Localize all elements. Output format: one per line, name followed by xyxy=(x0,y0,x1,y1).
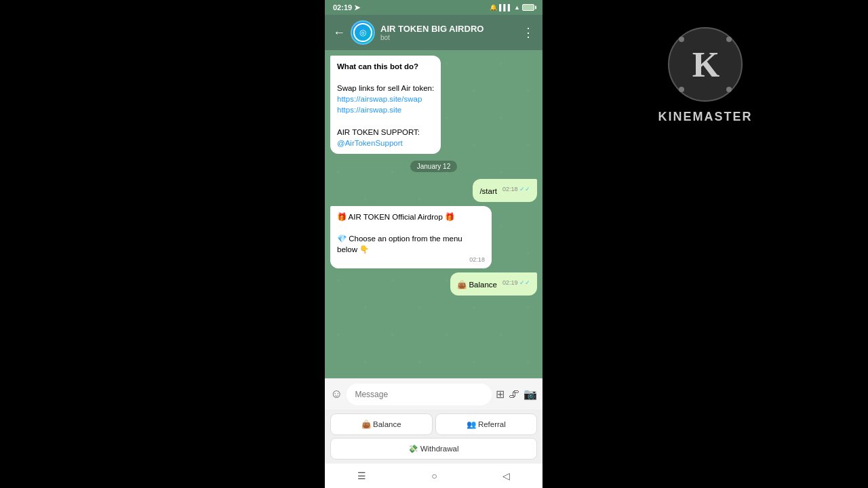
support-link[interactable]: @AirTokenSupport xyxy=(337,139,403,147)
kinemaster-letter: K xyxy=(692,45,718,85)
balance-cmd-text: 👜 Balance xyxy=(457,281,497,289)
right-area: K KINEMASTER xyxy=(542,0,868,488)
back-button[interactable]: ← xyxy=(333,26,345,40)
kinemaster-brand-text: KINEMASTER xyxy=(658,110,752,124)
camera-icon[interactable]: 📷 xyxy=(524,388,537,401)
time-display: 02:19 xyxy=(333,3,352,12)
bot-menu-row-2: 💸 Withdrawal xyxy=(330,438,537,460)
balance-double-check-icon: ✓✓ xyxy=(519,279,530,286)
phone-screen: 02:19 ➤ 🔔 ▌▌▌ ▲ ← AIR TOKEN BIG AIRDRO b… xyxy=(325,0,542,488)
android-menu-button[interactable]: ☰ xyxy=(357,470,366,481)
withdrawal-button[interactable]: 💸 Withdrawal xyxy=(330,438,537,460)
status-time: 02:19 ➤ xyxy=(333,3,360,12)
send-indicator-icon: ➤ xyxy=(354,3,360,12)
message-text: What can this bot do? Swap links for sel… xyxy=(337,61,434,148)
battery-icon xyxy=(522,4,534,11)
balance-cmd-time: 02:19 ✓✓ xyxy=(502,279,530,286)
date-separator: January 12 xyxy=(410,161,457,172)
bot-menu-row-1: 👜 Balance 👥 Referral xyxy=(330,413,537,435)
double-check-icon: ✓✓ xyxy=(519,186,530,192)
grid-icon[interactable]: ⊞ xyxy=(496,388,505,401)
km-dot-tr xyxy=(726,37,732,42)
android-nav-bar: ☰ ○ ◁ xyxy=(325,464,542,488)
emoji-button[interactable]: ☺ xyxy=(330,387,342,401)
kinemaster-circle: K xyxy=(668,27,743,102)
referral-button[interactable]: 👥 Referral xyxy=(435,413,538,435)
status-bar: 02:19 ➤ 🔔 ▌▌▌ ▲ xyxy=(325,0,542,15)
chat-subtitle: bot xyxy=(380,34,517,41)
swap-link-1[interactable]: https://airswap.site/swap xyxy=(337,95,422,103)
message-airdrop: 🎁 AIR TOKEN Official Airdrop 🎁 💎 Choose … xyxy=(330,206,492,268)
swap-link-2[interactable]: https://airswap.site xyxy=(337,106,401,114)
wifi-icon: ▲ xyxy=(514,4,520,11)
km-dot-tl xyxy=(679,37,684,42)
header-info: AIR TOKEN BIG AIRDRO bot xyxy=(380,24,517,41)
message-bot-intro: What can this bot do? Swap links for sel… xyxy=(330,56,441,154)
status-icons: 🔔 ▌▌▌ ▲ xyxy=(490,4,534,11)
left-black-area xyxy=(0,0,325,488)
bot-avatar xyxy=(351,20,375,45)
start-cmd-text: /start xyxy=(479,187,497,195)
balance-button[interactable]: 👜 Balance xyxy=(330,413,433,435)
signal-icon: 🔔 xyxy=(490,4,497,11)
chat-area: What can this bot do? Swap links for sel… xyxy=(325,50,542,378)
airdrop-time: 02:18 xyxy=(469,256,485,263)
chat-header: ← AIR TOKEN BIG AIRDRO bot ⋮ xyxy=(325,15,542,50)
bot-avatar-inner xyxy=(353,23,372,42)
bot-menu: 👜 Balance 👥 Referral 💸 Withdrawal xyxy=(325,409,542,464)
kinemaster-logo: K KINEMASTER xyxy=(658,27,752,124)
start-cmd-time: 02:18 ✓✓ xyxy=(502,186,530,192)
message-start-cmd: /start 02:18 ✓✓ xyxy=(473,179,537,202)
km-dot-br xyxy=(726,87,732,92)
input-bar: ☺ ⊞ 🖇 📷 xyxy=(325,378,542,409)
attach-icon[interactable]: 🖇 xyxy=(509,388,519,401)
airdrop-text: 🎁 AIR TOKEN Official Airdrop 🎁 💎 Choose … xyxy=(337,211,485,255)
message-input[interactable] xyxy=(347,384,492,405)
message-balance-cmd: 👜 Balance 02:19 ✓✓ xyxy=(450,272,537,296)
km-dot-bl xyxy=(679,87,684,92)
network-icon: ▌▌▌ xyxy=(499,4,512,11)
header-menu-button[interactable]: ⋮ xyxy=(522,25,534,40)
android-back-button[interactable]: ◁ xyxy=(502,470,510,481)
chat-title: AIR TOKEN BIG AIRDRO xyxy=(380,24,502,34)
android-home-button[interactable]: ○ xyxy=(431,470,437,481)
date-text: January 12 xyxy=(417,163,450,170)
